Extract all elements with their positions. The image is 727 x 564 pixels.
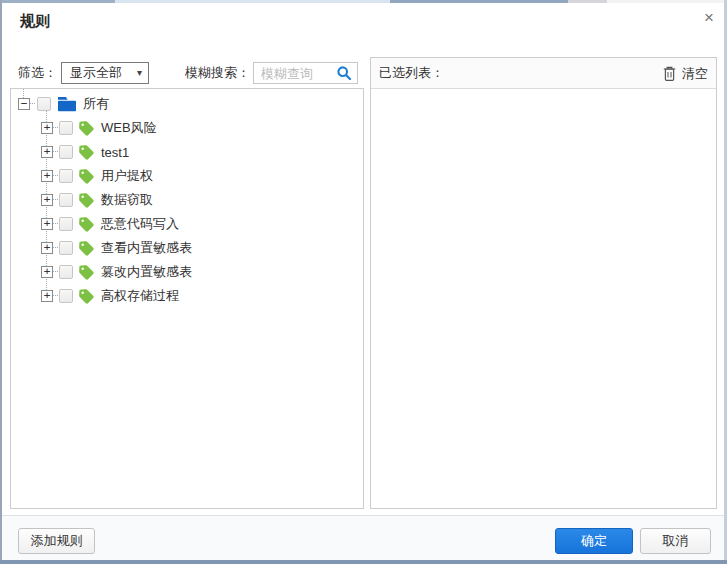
tree-checkbox[interactable]: [59, 169, 73, 183]
tag-icon: [78, 120, 95, 137]
search-icon[interactable]: [336, 65, 352, 81]
tree-node[interactable]: + 查看内置敏感表: [11, 236, 363, 260]
search-label: 模糊搜索：: [185, 62, 250, 84]
clear-label: 清空: [682, 65, 708, 83]
expand-icon[interactable]: +: [41, 170, 53, 182]
tree-node-label[interactable]: 恶意代码写入: [101, 215, 179, 233]
tree-node[interactable]: + 用户提权: [11, 164, 363, 188]
add-rule-button[interactable]: 添加规则: [18, 528, 95, 554]
tree-node-root[interactable]: − 所有: [11, 92, 363, 116]
chevron-down-icon: ▾: [137, 68, 142, 78]
filter-dropdown-value: 显示全部: [70, 64, 122, 82]
expand-icon[interactable]: +: [41, 266, 53, 278]
rules-dialog: 规则 × 筛选： 显示全部 ▾ 模糊搜索： − 所有 +: [0, 0, 727, 564]
expand-icon[interactable]: +: [41, 122, 53, 134]
tag-icon: [78, 264, 95, 281]
folder-icon: [57, 96, 77, 112]
tree-checkbox[interactable]: [59, 241, 73, 255]
filter-dropdown[interactable]: 显示全部 ▾: [61, 62, 149, 84]
rule-tree-panel: − 所有 + WEB风险 +: [10, 88, 364, 509]
tree-node-label[interactable]: 查看内置敏感表: [101, 239, 192, 257]
backdrop-top-edge: [0, 0, 727, 3]
tag-icon: [78, 240, 95, 257]
footer: 添加规则 确定 取消: [2, 515, 724, 560]
tree-node[interactable]: + 恶意代码写入: [11, 212, 363, 236]
tree-checkbox[interactable]: [59, 145, 73, 159]
tree-node-label[interactable]: 篡改内置敏感表: [101, 263, 192, 281]
tree-node[interactable]: + 高权存储过程: [11, 284, 363, 308]
tree-node-label[interactable]: 数据窃取: [101, 191, 153, 209]
tree-node-label[interactable]: WEB风险: [101, 119, 157, 137]
expand-icon[interactable]: +: [41, 218, 53, 230]
tag-icon: [78, 192, 95, 209]
tag-icon: [78, 216, 95, 233]
close-icon[interactable]: ×: [699, 8, 719, 28]
tree-node[interactable]: + 数据窃取: [11, 188, 363, 212]
selected-list-title: 已选列表：: [371, 64, 444, 82]
search-input[interactable]: [261, 66, 335, 81]
tree-node-label[interactable]: 用户提权: [101, 167, 153, 185]
trash-icon: [662, 66, 677, 82]
tree-node-label[interactable]: 高权存储过程: [101, 287, 179, 305]
tag-icon: [78, 168, 95, 185]
expand-icon[interactable]: +: [41, 242, 53, 254]
tree-checkbox[interactable]: [59, 289, 73, 303]
backdrop-bottom-edge: [0, 560, 727, 564]
expand-icon[interactable]: +: [41, 290, 53, 302]
tree-node[interactable]: + 篡改内置敏感表: [11, 260, 363, 284]
tree-checkbox[interactable]: [59, 193, 73, 207]
tree-checkbox[interactable]: [59, 217, 73, 231]
selected-list-panel: 已选列表： 清空: [370, 57, 717, 509]
selected-list-body: [371, 89, 716, 508]
tree-node[interactable]: + test1: [11, 140, 363, 164]
tag-icon: [78, 144, 95, 161]
tree-node-label[interactable]: test1: [101, 145, 129, 160]
tag-icon: [78, 288, 95, 305]
expand-icon[interactable]: +: [41, 194, 53, 206]
filter-label: 筛选：: [18, 62, 57, 84]
backdrop-left-edge: [0, 0, 2, 564]
selected-list-header: 已选列表： 清空: [371, 58, 716, 89]
collapse-icon[interactable]: −: [18, 98, 30, 110]
expand-icon[interactable]: +: [41, 146, 53, 158]
dialog-title: 规则: [20, 12, 50, 31]
tree-node-label[interactable]: 所有: [83, 95, 109, 113]
tree-node[interactable]: + WEB风险: [11, 116, 363, 140]
search-box: [253, 62, 358, 84]
tree-checkbox[interactable]: [59, 265, 73, 279]
cancel-button[interactable]: 取消: [640, 528, 711, 554]
tree-checkbox[interactable]: [59, 121, 73, 135]
tree-checkbox[interactable]: [37, 97, 51, 111]
ok-button[interactable]: 确定: [555, 528, 633, 554]
clear-button[interactable]: 清空: [662, 58, 708, 89]
